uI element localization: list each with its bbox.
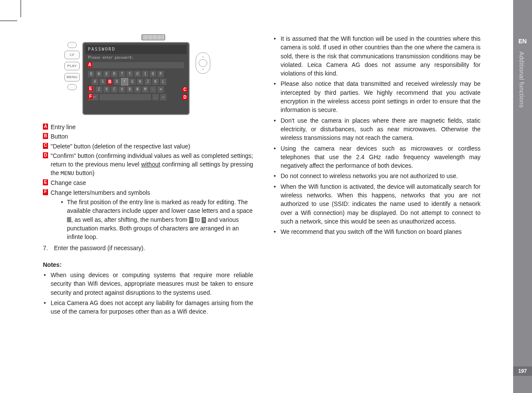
key-u: U <box>134 71 141 77</box>
key-d: D <box>114 79 120 85</box>
crop-mark-horizontal <box>0 21 17 21</box>
step-7: 7. Enter the password (if necessary). <box>43 244 253 252</box>
key-l: L <box>160 79 166 85</box>
legend-e: E Change case <box>43 178 253 187</box>
section-label: Additional functions <box>518 51 525 108</box>
key-b: B <box>127 86 133 93</box>
right-note-4: Do not connect to wireless networks you … <box>270 172 481 180</box>
legend-d-tail: button) <box>74 169 94 176</box>
key-j: J <box>145 79 151 85</box>
callout-b: B <box>107 79 112 85</box>
chevron-up-icon: ▵ <box>202 54 204 59</box>
keyboard-row-1: Q W E R T Y U I O P <box>88 71 184 77</box>
legend-text-d: "Confirm" button (confirming individual … <box>51 151 253 178</box>
right-note-3: Using the camera near devices such as mi… <box>270 144 481 170</box>
callout-a: A <box>87 62 92 67</box>
callout-legend: A Entry line B Button C "Delete" button … <box>43 123 253 253</box>
right-note-5: When the Wifi function is activated, the… <box>270 182 481 226</box>
key-y: Y <box>127 71 133 77</box>
legend-badge-b: B <box>43 133 48 139</box>
key-c: C <box>111 86 118 93</box>
callout-d: D <box>182 95 187 100</box>
on-screen-keyboard: Q W E R T Y U I O P A S B <box>85 69 187 102</box>
callout-c: C <box>182 87 187 92</box>
legend-badge-f: F <box>43 189 48 195</box>
key-f-selected: F <box>121 79 128 85</box>
keyboard-row-2: A S B D F G H J K L <box>88 79 184 85</box>
left-note-0: When using devices or computing systems … <box>43 271 253 297</box>
key-h: H <box>137 79 143 85</box>
chevron-down-icon: ▿ <box>202 67 204 72</box>
key-a: A <box>92 79 98 85</box>
key-o: O <box>150 71 156 77</box>
side-button-top <box>67 42 77 48</box>
legend-badge-d: D <box>43 152 48 158</box>
key-q: Q <box>88 71 94 77</box>
legend-d-mono: MENU <box>60 170 74 176</box>
key-p: P <box>157 71 164 77</box>
right-note-1: Please also notice that data transmitted… <box>270 79 481 114</box>
sub-seg2: , as well as, after shifting, the number… <box>71 216 189 223</box>
key-n: N <box>134 86 141 93</box>
key-r: R <box>111 71 118 77</box>
inline-num-0: 0 <box>189 217 193 224</box>
side-button-menu: MENU <box>64 73 80 82</box>
key-i: I <box>142 71 148 77</box>
key-v: V <box>119 86 125 93</box>
lang-label: EN <box>513 38 532 45</box>
key-dash: - <box>150 86 156 93</box>
legend-badge-e: E <box>43 179 48 185</box>
legend-badge-a: A <box>43 124 48 130</box>
left-note-1: Leica Camera AG does not accept any liab… <box>43 299 253 316</box>
key-s: S <box>100 79 106 85</box>
legend-text-f: Change letters/numbers and symbols <box>51 188 253 197</box>
legend-d-und: without <box>141 161 160 168</box>
sub-seg3: to <box>193 216 202 223</box>
left-column: LV PLAY MENU PASSWORD Please enter passw… <box>43 34 253 384</box>
inline-num-9: 9 <box>202 217 206 224</box>
legend-f: F Change letters/numbers and symbols <box>43 188 253 197</box>
entry-line: A <box>88 62 184 68</box>
side-tab: EN Additional functions 197 <box>513 0 532 393</box>
key-t: T <box>119 71 125 77</box>
lcd-screen: PASSWORD Please enter password: A Q W E … <box>82 42 190 115</box>
key-e: E <box>103 71 110 77</box>
key-w: W <box>96 71 102 77</box>
side-button-play: PLAY <box>64 62 80 70</box>
key-g: G <box>129 79 136 85</box>
notes-heading: Notes: <box>43 260 253 269</box>
legend-text-b: Button <box>51 132 253 141</box>
confirm-icon: ✓ <box>160 94 166 100</box>
legend-badge-c: C <box>43 143 48 149</box>
page-content: LV PLAY MENU PASSWORD Please enter passw… <box>43 34 481 384</box>
legend-text-a: Entry line <box>51 123 253 131</box>
key-period: . <box>152 94 159 100</box>
camera-device: LV PLAY MENU PASSWORD Please enter passw… <box>64 42 253 115</box>
speaker-grille <box>142 34 165 40</box>
key-k: K <box>152 79 159 85</box>
spacebar-key <box>100 94 151 100</box>
side-button-column: LV PLAY MENU <box>64 42 80 115</box>
screen-title: PASSWORD <box>85 45 187 54</box>
delete-icon: ⌫ <box>157 86 164 93</box>
screen-subtitle: Please enter password: <box>85 54 187 62</box>
crop-mark-vertical <box>21 0 21 17</box>
keyboard-row-3: E ⇧ Z X C V B N M - ⌫ C <box>88 86 184 93</box>
legend-a: A Entry line <box>43 123 253 131</box>
callout-e: E <box>88 86 93 91</box>
legend-d: D "Confirm" button (confirming individua… <box>43 151 253 178</box>
key-z: Z <box>96 86 102 93</box>
callout-f: F <box>88 94 93 99</box>
legend-b: B Button <box>43 132 253 141</box>
right-note-0: It is assumed that the Wifi function wil… <box>270 34 481 78</box>
legend-text-e: Change case <box>51 178 253 187</box>
key-m: M <box>142 86 148 93</box>
step-7-text: Enter the password (if necessary). <box>54 244 145 252</box>
side-button-bottom <box>67 84 77 90</box>
sub-bullet: The first position of the entry line is … <box>61 198 253 241</box>
page-number: 197 <box>513 366 532 376</box>
step-7-num: 7. <box>43 244 48 252</box>
right-note-2: Don't use the camera in places where the… <box>270 116 481 142</box>
right-column: It is assumed that the Wifi function wil… <box>270 34 481 384</box>
right-note-6: We recommend that you switch off the Wif… <box>270 227 481 236</box>
